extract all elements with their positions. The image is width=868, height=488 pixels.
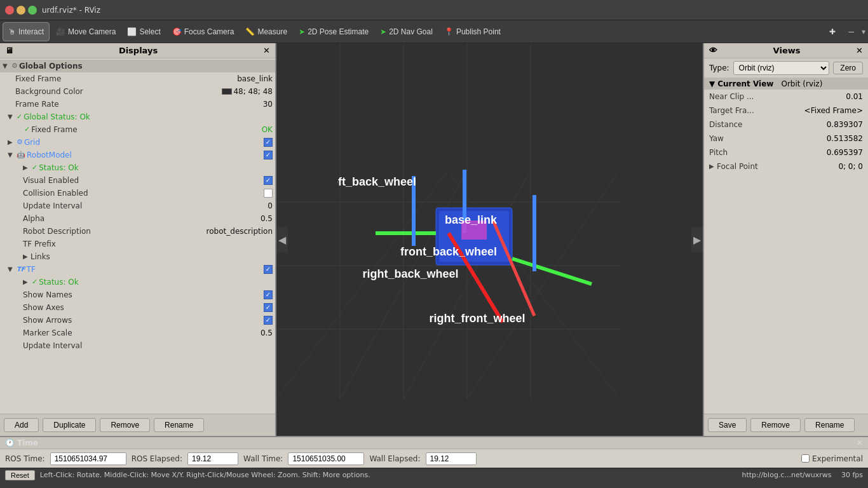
update-interval-item[interactable]: Update Interval 0	[20, 200, 275, 212]
global-status-item[interactable]: ▼ ✓ Global Status: Ok	[5, 111, 275, 123]
links-item[interactable]: ▶ Links	[20, 250, 275, 263]
views-zero-button[interactable]: Zero	[833, 62, 863, 74]
visual-enabled-checkbox[interactable]	[264, 176, 273, 185]
window-title: urdf.rviz* - RViz	[42, 6, 100, 15]
maximize-button[interactable]	[28, 6, 37, 15]
collision-enabled-checkbox[interactable]	[264, 189, 273, 198]
select-icon: ⬜	[127, 27, 137, 36]
update-interval2-item[interactable]: Update Interval	[20, 339, 275, 352]
views-type-row: Type: Orbit (rviz) Zero	[704, 58, 868, 78]
timebar-close-icon[interactable]: ✕	[857, 438, 863, 447]
viewport-arrow-right[interactable]: ▶	[691, 227, 703, 252]
fixed-frame-item[interactable]: Fixed Frame base_link	[13, 72, 275, 85]
status-fps: 30 fps	[841, 471, 863, 479]
displays-title: Displays	[119, 46, 158, 55]
svg-text:front_back_wheel: front_back_wheel	[400, 245, 496, 258]
focus-camera-button[interactable]: 🎯 Focus Camera	[167, 22, 240, 41]
ros-time-input[interactable]	[50, 452, 126, 465]
interact-button[interactable]: 🖱 Interact	[3, 22, 50, 41]
alpha-item[interactable]: Alpha 0.5	[20, 212, 275, 225]
visual-enabled-item[interactable]: Visual Enabled	[20, 174, 275, 187]
robot-model-status-item[interactable]: ▶ ✓ Status: Ok	[20, 161, 275, 174]
wall-elapsed-input[interactable]	[426, 452, 477, 465]
reset-button[interactable]: Reset	[5, 470, 35, 480]
svg-text:base_link: base_link	[444, 214, 497, 226]
remove-display-button[interactable]: Remove	[100, 418, 150, 432]
show-arrows-item[interactable]: Show Arrows	[20, 314, 275, 327]
views-header: 👁 Views ✕	[704, 43, 868, 58]
dropdown-icon[interactable]: ▾	[862, 27, 865, 36]
nav-goal-icon: ➤	[380, 27, 386, 36]
interact-icon: 🖱	[8, 27, 16, 36]
status-right: http://blog.c...net/wuxrws 30 fps	[742, 471, 863, 479]
viewport-arrow-left[interactable]: ◀	[276, 227, 288, 252]
collision-enabled-item[interactable]: Collision Enabled	[20, 187, 275, 200]
select-button[interactable]: ⬜ Select	[122, 22, 165, 41]
frame-rate-item[interactable]: Frame Rate 30	[13, 98, 275, 111]
show-names-checkbox[interactable]	[264, 290, 273, 299]
distance-row[interactable]: Distance 0.839307	[704, 118, 868, 132]
grid-item[interactable]: ▶ ⚙ Grid	[5, 136, 275, 149]
duplicate-button[interactable]: Duplicate	[43, 418, 96, 432]
time-icon: 🕐	[5, 438, 15, 447]
displays-close-icon[interactable]: ✕	[263, 46, 270, 55]
grid-checkbox[interactable]	[264, 138, 273, 147]
background-color-item[interactable]: Background Color 48; 48; 48	[13, 85, 275, 98]
current-view-header[interactable]: ▼ Current View Orbit (rviz)	[704, 78, 868, 90]
focus-camera-icon: 🎯	[172, 27, 182, 36]
svg-line-20	[493, 220, 534, 316]
viewport[interactable]: left_back_wheel base_link front_back_whe…	[276, 43, 703, 436]
publish-point-button[interactable]: 📍 Publish Point	[439, 22, 506, 41]
rename-display-button[interactable]: Rename	[154, 418, 204, 432]
nav-goal-button[interactable]: ➤ 2D Nav Goal	[375, 22, 438, 41]
tf-status-item[interactable]: ▶ ✓ Status: Ok	[20, 276, 275, 288]
window-buttons[interactable]	[5, 6, 37, 15]
robot-desc-item[interactable]: Robot Description robot_description	[20, 225, 275, 238]
views-content: ▼ Current View Orbit (rviz) Near Clip ..…	[704, 78, 868, 414]
target-fra-row[interactable]: Target Fra... <Fixed Frame>	[704, 104, 868, 118]
add-button[interactable]: Add	[4, 418, 39, 432]
show-names-item[interactable]: Show Names	[20, 288, 275, 301]
focal-point-row[interactable]: ▶ Focal Point 0; 0; 0	[704, 159, 868, 173]
show-arrows-checkbox[interactable]	[264, 316, 273, 325]
near-clip-row[interactable]: Near Clip ... 0.01	[704, 90, 868, 104]
move-camera-button[interactable]: 🎥 Move Camera	[51, 22, 121, 41]
show-axes-checkbox[interactable]	[264, 303, 273, 312]
global-status-fixed-frame-item[interactable]: ✓ Fixed Frame OK	[20, 123, 275, 136]
measure-icon: 📏	[245, 27, 255, 36]
add-icon-button[interactable]: ✚	[824, 22, 841, 41]
tf-item[interactable]: ▼ TF TF	[5, 263, 275, 276]
statusbar: Reset Left-Click: Rotate. Middle-Click: …	[0, 468, 868, 482]
views-remove-button[interactable]: Remove	[750, 418, 801, 432]
tf-checkbox[interactable]	[264, 265, 273, 274]
minus-button[interactable]: ─	[843, 22, 859, 41]
views-rename-button[interactable]: Rename	[804, 418, 855, 432]
ros-elapsed-input[interactable]	[187, 452, 238, 465]
views-type-select[interactable]: Orbit (rviz)	[733, 61, 830, 75]
views-close-icon[interactable]: ✕	[856, 46, 863, 55]
status-url: http://blog.c...net/wuxrws	[742, 471, 831, 479]
views-title: Views	[773, 46, 801, 55]
show-axes-item[interactable]: Show Axes	[20, 301, 275, 314]
minimize-button[interactable]	[17, 6, 25, 15]
tf-prefix-item[interactable]: TF Prefix	[20, 238, 275, 250]
timebar-content: ROS Time: ROS Elapsed: Wall Time: Wall E…	[0, 449, 868, 468]
wall-elapsed-label: Wall Elapsed:	[369, 454, 420, 463]
views-save-button[interactable]: Save	[708, 418, 747, 432]
views-panel: 👁 Views ✕ Type: Orbit (rviz) Zero ▼ Curr…	[703, 43, 868, 436]
global-options-item[interactable]: ▼ ⚙ Global Options	[0, 60, 275, 72]
views-icon: 👁	[709, 46, 717, 55]
timebar: 🕐 Time ✕ ROS Time: ROS Elapsed: Wall Tim…	[0, 436, 868, 468]
experimental-checkbox[interactable]	[801, 454, 810, 463]
robot-model-checkbox[interactable]	[264, 151, 273, 159]
current-view-arrow: ▼	[709, 79, 715, 88]
pitch-row[interactable]: Pitch 0.695397	[704, 146, 868, 159]
robot-model-item[interactable]: ▼ 🤖 RobotModel	[5, 149, 275, 161]
pose-estimate-button[interactable]: ➤ 2D Pose Estimate	[294, 22, 374, 41]
wall-time-input[interactable]	[288, 452, 364, 465]
close-button[interactable]	[5, 6, 14, 15]
experimental-checkbox-row: Experimental	[801, 454, 863, 463]
measure-button[interactable]: 📏 Measure	[240, 22, 292, 41]
marker-scale-item[interactable]: Marker Scale 0.5	[20, 327, 275, 339]
yaw-row[interactable]: Yaw 0.513582	[704, 132, 868, 146]
